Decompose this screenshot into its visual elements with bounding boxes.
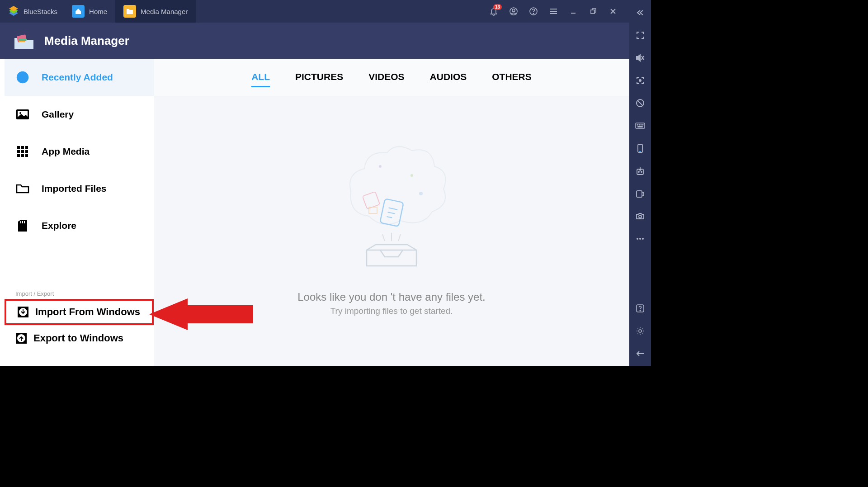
- sidebar-item-imported-files[interactable]: Imported Files: [5, 170, 154, 207]
- empty-message-2: Try importing files to get started.: [330, 306, 453, 316]
- svg-line-47: [637, 100, 643, 106]
- clock-icon: [15, 70, 30, 85]
- svg-point-62: [639, 238, 641, 240]
- settings-button[interactable]: [634, 325, 646, 337]
- svg-rect-20: [25, 146, 28, 149]
- svg-point-50: [639, 124, 640, 125]
- tab-media-manager[interactable]: Media Manager: [115, 0, 196, 23]
- home-icon: [72, 5, 85, 18]
- main-panel: ALL PICTURES VIDEOS AUDIOS OTHERS: [154, 59, 629, 366]
- sidebar-item-recently-added[interactable]: Recently Added: [5, 59, 154, 96]
- fullscreen-button[interactable]: [634, 29, 646, 42]
- svg-point-58: [641, 171, 642, 172]
- collapse-toolbar-button[interactable]: [634, 6, 646, 19]
- export-to-windows[interactable]: Export to Windows: [5, 325, 154, 351]
- location-button[interactable]: [634, 74, 646, 87]
- folder-icon: [15, 181, 30, 196]
- filter-others[interactable]: OTHERS: [492, 68, 532, 87]
- install-apk-button[interactable]: [634, 165, 646, 177]
- sidebar-item-label: Explore: [42, 220, 76, 231]
- import-icon: [17, 306, 29, 318]
- eco-mode-button[interactable]: [634, 97, 646, 109]
- svg-point-51: [641, 124, 642, 125]
- macro-button[interactable]: [634, 187, 646, 200]
- svg-rect-18: [17, 146, 20, 149]
- maximize-button[interactable]: [588, 6, 599, 17]
- empty-state: Looks like you don 't have any files yet…: [154, 96, 629, 366]
- ie-item-label: Export to Windows: [33, 332, 123, 344]
- keyboard-button[interactable]: [634, 119, 646, 132]
- svg-point-49: [637, 124, 638, 125]
- menu-button[interactable]: [548, 6, 559, 17]
- more-button[interactable]: [634, 232, 646, 245]
- bluestacks-icon: [7, 5, 20, 18]
- ie-item-label: Import From Windows: [35, 306, 140, 318]
- image-icon: [15, 107, 30, 122]
- tab-label: Media Manager: [141, 8, 188, 15]
- brand-label: BlueStacks: [24, 8, 57, 15]
- empty-illustration-icon: [324, 132, 459, 277]
- rotate-button[interactable]: [634, 142, 646, 155]
- svg-point-45: [639, 80, 641, 81]
- close-button[interactable]: [608, 6, 618, 17]
- svg-rect-26: [25, 154, 28, 157]
- tab-label: Home: [89, 8, 107, 15]
- svg-rect-22: [21, 150, 24, 153]
- filter-videos[interactable]: VIDEOS: [368, 68, 404, 87]
- svg-point-3: [533, 13, 534, 14]
- sidebar-item-app-media[interactable]: App Media: [5, 133, 154, 170]
- svg-point-17: [19, 112, 21, 114]
- svg-rect-27: [20, 221, 21, 223]
- sidebar-item-gallery[interactable]: Gallery: [5, 96, 154, 133]
- svg-rect-12: [19, 39, 27, 40]
- minimize-button[interactable]: [568, 6, 579, 17]
- empty-message-1: Looks like you don 't have any files yet…: [297, 291, 486, 303]
- sidebar-item-explore[interactable]: Explore: [5, 207, 154, 244]
- notifications-button[interactable]: 13: [488, 6, 499, 17]
- screenshot-button[interactable]: [634, 210, 646, 222]
- svg-point-63: [642, 238, 644, 240]
- svg-rect-29: [24, 221, 25, 223]
- filter-tabs: ALL PICTURES VIDEOS AUDIOS OTHERS: [154, 59, 629, 96]
- svg-point-60: [639, 215, 642, 218]
- svg-line-40: [382, 234, 385, 241]
- svg-line-42: [398, 234, 401, 241]
- tab-home[interactable]: Home: [64, 0, 115, 23]
- svg-rect-59: [637, 191, 642, 197]
- svg-rect-35: [363, 192, 380, 209]
- svg-point-66: [639, 330, 642, 332]
- svg-rect-24: [17, 154, 20, 157]
- back-button[interactable]: [634, 347, 646, 360]
- filter-pictures[interactable]: PICTURES: [295, 68, 343, 87]
- app-header-title: Media Manager: [44, 34, 129, 48]
- svg-point-1: [512, 9, 515, 12]
- svg-point-65: [640, 310, 641, 311]
- svg-rect-21: [17, 150, 20, 153]
- sidebar-item-label: Imported Files: [42, 183, 107, 194]
- svg-rect-28: [22, 221, 23, 223]
- help-button[interactable]: [528, 6, 539, 17]
- sidebar-item-label: Recently Added: [42, 72, 113, 83]
- import-from-windows[interactable]: Import From Windows: [5, 299, 154, 325]
- notification-badge: 13: [493, 4, 502, 10]
- svg-rect-48: [636, 123, 645, 128]
- sidebar: Recently Added Gallery App Media: [0, 59, 154, 366]
- sd-card-icon: [15, 218, 30, 233]
- filter-audios[interactable]: AUDIOS: [430, 68, 467, 87]
- account-button[interactable]: [508, 6, 519, 17]
- grid-icon: [15, 144, 30, 159]
- filter-all[interactable]: ALL: [251, 68, 270, 87]
- sidebar-item-label: Gallery: [42, 109, 74, 120]
- svg-point-61: [637, 238, 638, 240]
- sidebar-item-label: App Media: [42, 146, 90, 157]
- app-header: Media Manager: [0, 23, 629, 59]
- svg-point-57: [638, 171, 639, 172]
- svg-rect-23: [25, 150, 28, 153]
- volume-button[interactable]: [634, 52, 646, 64]
- svg-rect-34: [380, 199, 403, 227]
- help-toolbar-button[interactable]: [634, 302, 646, 315]
- import-export-label: Import / Export: [5, 285, 154, 299]
- export-icon: [15, 332, 27, 344]
- right-toolbar: [629, 0, 651, 366]
- svg-point-36: [410, 174, 413, 177]
